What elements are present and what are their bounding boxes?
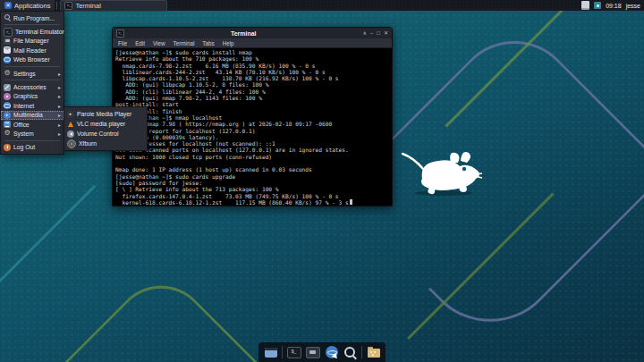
- play-icon: ▸: [67, 111, 74, 118]
- maximize-button[interactable]: □: [377, 29, 380, 37]
- menu-item-internet[interactable]: Internet ▸: [1, 101, 64, 110]
- wallpaper-green-line-lower: [407, 192, 555, 340]
- terminal-line: Host is up (0.000039s latency).: [115, 134, 389, 140]
- terminal-icon: >_: [116, 29, 124, 38]
- menu-file[interactable]: File: [118, 40, 127, 46]
- menu-item-accessories[interactable]: Accessories ▸: [1, 82, 64, 91]
- wallpaper-green-corner: [58, 265, 265, 362]
- document-icon: [4, 121, 11, 128]
- window-title: Terminal: [124, 30, 362, 37]
- dock-terminal-launcher[interactable]: $_: [286, 345, 301, 360]
- menu-item-multimedia[interactable]: ▸ Multimedia ▸: [1, 111, 64, 120]
- dock-separator: [361, 346, 362, 358]
- menu-item-web-browser[interactable]: Web Browser: [1, 55, 64, 64]
- shade-button[interactable]: ∧: [362, 29, 366, 37]
- menu-separator: [4, 24, 60, 25]
- terminal-line: liblinear.cards-244-2.zst 43.14 KB (70.1…: [115, 69, 389, 75]
- clock[interactable]: 09:18: [606, 3, 622, 9]
- terminal-line: Retrieve info about the 710 packages: 10…: [115, 55, 389, 62]
- close-button[interactable]: ✕: [384, 29, 388, 37]
- submenu-item-vlc[interactable]: VLC media player: [64, 119, 147, 129]
- menu-tabs[interactable]: Tabs: [202, 40, 214, 46]
- terminal-line: Other addresses for localhost (not scann…: [115, 140, 389, 147]
- applications-menu-button[interactable]: ✕ Applications: [0, 0, 55, 11]
- applications-menu: Run Program... >_ Terminal Emulator File…: [0, 11, 64, 155]
- speaker-icon: [67, 130, 74, 138]
- multimedia-submenu: ▸ Parole Media Player VLC media player V…: [64, 106, 148, 151]
- menu-separator: [4, 66, 60, 67]
- dock-application-finder-launcher[interactable]: [343, 345, 358, 360]
- submenu-item-xfburn[interactable]: Xfburn: [64, 139, 147, 148]
- file-manager-icon: [4, 38, 11, 45]
- desktop-window-icon: [265, 348, 277, 358]
- globe-icon: [326, 346, 338, 358]
- submenu-arrow-icon: ▸: [58, 93, 61, 99]
- terminal-line: [jesse@nathan ~]$ sudo cards install nma…: [115, 49, 389, 55]
- bottom-dock: $_: [258, 342, 386, 362]
- terminal-line: [sudo] password for jesse:: [115, 180, 389, 186]
- applications-label: Applications: [14, 2, 50, 10]
- dock-file-manager-launcher[interactable]: [305, 345, 320, 360]
- terminal-icon: $_: [287, 347, 301, 358]
- gear-icon: ⚙: [4, 70, 11, 77]
- globe-icon: [4, 102, 11, 109]
- minimize-button[interactable]: −: [370, 29, 374, 37]
- menu-item-graphics[interactable]: Graphics ▸: [1, 92, 64, 101]
- show-desktop-button[interactable]: [263, 345, 278, 360]
- menu-separator: [4, 140, 60, 141]
- terminal-line: ADD: (gui) nmap 7.98-2, 1143 files: 100 …: [115, 95, 389, 101]
- terminal-menubar: File Edit View Terminal Tabs Help: [113, 38, 392, 48]
- terminal-line: ADD: (cli) liblinear 244-2, 4 files: 100…: [115, 88, 389, 95]
- menu-item-run-program[interactable]: Run Program...: [1, 13, 64, 22]
- terminal-line: [115, 160, 389, 166]
- disc-icon: [67, 139, 76, 148]
- menu-help[interactable]: Help: [223, 40, 234, 46]
- xfce-mouse-logo: [397, 147, 490, 197]
- menu-item-settings[interactable]: ⚙ Settings ▸: [1, 69, 64, 78]
- submenu-arrow-icon: ▸: [58, 122, 61, 128]
- dock-web-browser-launcher[interactable]: [324, 345, 339, 360]
- menu-separator: [4, 80, 60, 80]
- taskbar-window-button-terminal[interactable]: >_ Terminal: [60, 0, 167, 12]
- media-player-icon: ▸: [4, 112, 11, 119]
- terminal-line: [jesse@nathan ~]$ sudo cards upgrade: [115, 173, 389, 180]
- terminal-titlebar[interactable]: >_ Terminal ∧ − □ ✕: [113, 28, 392, 38]
- systray-icon[interactable]: [581, 1, 589, 10]
- menu-item-file-manager[interactable]: File Manager: [1, 37, 64, 46]
- envelope-icon: [4, 46, 11, 54]
- terminal-line: nmap.cards-7.98-2.zst 6.16 MB (835.90 KB…: [115, 63, 389, 69]
- panel-separator: [56, 2, 57, 10]
- terminal-line: Nmap scan report for localhost (127.0.0.…: [115, 128, 389, 134]
- menu-item-mail-reader[interactable]: Mail Reader: [1, 46, 64, 55]
- menu-edit[interactable]: Edit: [135, 40, 145, 46]
- user-menu[interactable]: jesse: [626, 3, 640, 9]
- accessories-icon: [4, 84, 11, 91]
- menu-item-log-out[interactable]: Log Out: [1, 143, 64, 152]
- dock-home-folder-launcher[interactable]: [366, 345, 381, 360]
- power-icon: [4, 144, 11, 151]
- submenu-item-parole[interactable]: ▸ Parole Media Player: [64, 109, 147, 119]
- menu-item-terminal-emulator[interactable]: >_ Terminal Emulator: [1, 27, 64, 36]
- vlc-cone-icon: [67, 121, 74, 128]
- gear-icon: ⚙: [4, 130, 11, 137]
- terminal-line: All 1000 scanned ports on localhost (127…: [115, 147, 389, 153]
- terminal-line: [jesse@nathan ~]$ nmap localhost: [115, 114, 389, 121]
- terminal-line: post-install: finish: [115, 108, 389, 114]
- terminal-line: Starting Nmap 7.98 ( https://nmap.org ) …: [115, 121, 389, 127]
- terminal-output[interactable]: [jesse@nathan ~]$ sudo cards install nma…: [113, 48, 392, 206]
- updater-tray-icon[interactable]: [594, 2, 601, 9]
- menu-item-system[interactable]: ⚙ System ▸: [1, 129, 64, 138]
- menu-terminal[interactable]: Terminal: [174, 40, 195, 46]
- terminal-line: post-install: start: [115, 101, 389, 107]
- desktop[interactable]: ✕ Applications >_ Terminal 09:18 jesse R…: [0, 0, 644, 362]
- submenu-arrow-icon: ▸: [58, 130, 61, 137]
- submenu-item-volume-control[interactable]: Volume Control: [64, 129, 147, 139]
- menu-item-office[interactable]: Office ▸: [1, 120, 64, 129]
- submenu-arrow-icon: ▸: [58, 112, 61, 118]
- submenu-arrow-icon: ▸: [58, 71, 61, 77]
- terminal-icon: >_: [64, 2, 72, 10]
- terminal-line: Nmap done: 1 IP address (1 host up) scan…: [115, 166, 389, 173]
- terminal-line: ADD: (gui) libpcap 1.10.5-2, 8 files: 10…: [115, 81, 389, 88]
- menu-view[interactable]: View: [153, 40, 165, 46]
- submenu-arrow-icon: ▸: [58, 103, 61, 109]
